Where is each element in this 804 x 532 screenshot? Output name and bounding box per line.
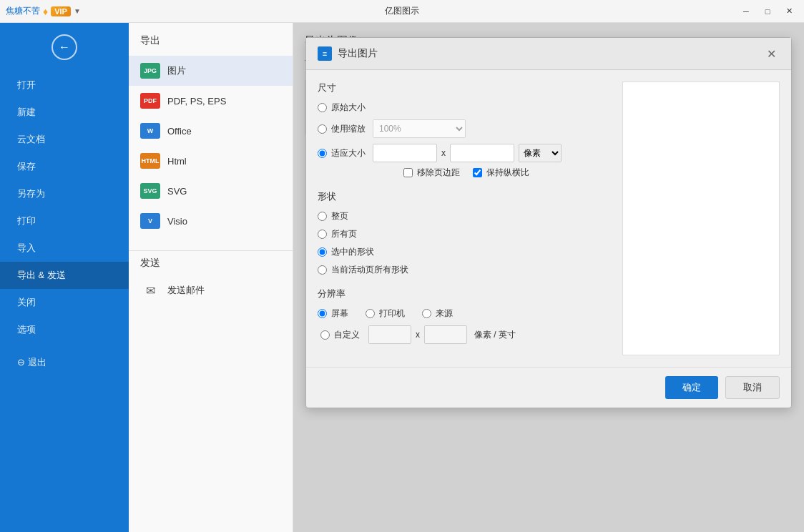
x-separator: x <box>441 148 446 158</box>
zoom-input-group: 100% <box>373 119 466 138</box>
html-label: Html <box>167 156 187 167</box>
source-radio[interactable] <box>422 309 431 318</box>
window-controls: ─ □ ✕ <box>737 5 798 18</box>
import-label: 导入 <box>17 242 36 255</box>
custom-radio[interactable] <box>320 330 330 340</box>
dpi-x-input[interactable]: 96 <box>368 325 411 344</box>
dialog-title: ≡ 导出图片 <box>318 46 378 61</box>
sidebar-item-save[interactable]: 保存 <box>0 153 129 180</box>
close-button[interactable]: ✕ <box>780 5 798 18</box>
zoom-select[interactable]: 100% <box>373 119 466 138</box>
all-pages-radio[interactable] <box>318 230 327 239</box>
resolution-section-label: 分辨率 <box>318 287 611 300</box>
options-label: 选项 <box>17 323 36 336</box>
vip-section: 焦糖不苦 ♦ VIP ▼ <box>6 5 81 17</box>
printer-radio[interactable] <box>366 309 375 318</box>
screen-label: 屏幕 <box>331 307 348 320</box>
new-label: 新建 <box>17 106 36 119</box>
dpi-y-input[interactable]: 96 <box>424 325 467 344</box>
width-input[interactable]: 994 <box>373 144 437 162</box>
vip-badge[interactable]: VIP <box>51 6 71 16</box>
dialog-footer: 确定 取消 <box>306 367 791 408</box>
pdf-label: PDF, PS, EPS <box>167 96 226 107</box>
sidebar-item-options[interactable]: 选项 <box>0 316 129 343</box>
radio-selected: 选中的形状 <box>318 246 611 258</box>
radio-whole-page: 整页 <box>318 210 611 222</box>
checkbox-row: 移除页边距 保持纵横比 <box>403 167 611 179</box>
radio-screen: 屏幕 <box>318 307 348 320</box>
screen-radio[interactable] <box>318 309 327 318</box>
dialog-close-button[interactable]: ✕ <box>763 45 780 62</box>
sidebar-item-cloud[interactable]: 云文档 <box>0 126 129 153</box>
dialog-left-panel: 尺寸 原始大小 使用缩放 <box>318 82 611 355</box>
original-size-label: 原始大小 <box>331 102 366 114</box>
export-item-jpg[interactable]: JPG 图片 <box>129 56 293 86</box>
zoom-radio[interactable] <box>318 124 327 134</box>
maximize-button[interactable]: □ <box>758 5 777 18</box>
keep-ratio-label: 保持纵横比 <box>486 167 529 179</box>
resolution-radio-group: 屏幕 打印机 来源 <box>318 307 611 320</box>
remove-margin-checkbox[interactable] <box>403 168 413 177</box>
whole-page-label: 整页 <box>331 210 348 222</box>
export-panel: 导出 JPG 图片 PDF PDF, PS, EPS W Office HTML… <box>129 23 293 532</box>
selected-radio[interactable] <box>318 247 327 257</box>
visio-icon: V <box>140 213 160 229</box>
export-panel-title: 导出 <box>129 34 293 56</box>
send-title: 发送 <box>129 257 293 275</box>
sidebar-back: ← <box>0 23 129 72</box>
shape-radio-group: 整页 所有页 选中的形状 <box>318 210 611 276</box>
export-item-html[interactable]: HTML Html <box>129 146 293 176</box>
active-page-label: 当前活动页所有形状 <box>331 264 408 276</box>
html-icon: HTML <box>140 153 160 169</box>
radio-fit: 适应大小 994 x 597 像素 <box>318 144 611 162</box>
sidebar-item-new[interactable]: 新建 <box>0 99 129 126</box>
unit-select[interactable]: 像素 <box>519 144 562 162</box>
sidebar-item-import[interactable]: 导入 <box>0 235 129 262</box>
saveas-label: 另存为 <box>17 187 45 200</box>
email-icon: ✉ <box>140 282 160 298</box>
minimize-button[interactable]: ─ <box>737 5 755 18</box>
sidebar-item-close[interactable]: 关闭 <box>0 289 129 316</box>
export-item-visio[interactable]: V Visio <box>129 206 293 236</box>
exit-label: ⊖ 退出 <box>17 356 46 369</box>
remove-margin-label: 移除页边距 <box>417 167 460 179</box>
active-page-radio[interactable] <box>318 265 327 275</box>
fit-label: 适应大小 <box>331 147 366 159</box>
title-bar: 焦糖不苦 ♦ VIP ▼ 亿图图示 ─ □ ✕ <box>0 0 804 23</box>
app-body: ← 打开 新建 云文档 保存 另存为 打印 导入 <box>0 23 804 532</box>
sidebar-item-open[interactable]: 打开 <box>0 72 129 99</box>
original-size-radio[interactable] <box>318 103 327 112</box>
sidebar-item-exit[interactable]: ⊖ 退出 <box>0 349 129 376</box>
whole-page-radio[interactable] <box>318 212 327 221</box>
source-label: 来源 <box>436 307 453 320</box>
custom-label: 自定义 <box>334 329 360 341</box>
back-icon: ← <box>59 41 70 54</box>
radio-printer: 打印机 <box>366 307 405 320</box>
pdf-icon: PDF <box>140 93 160 109</box>
vip-dropdown-icon[interactable]: ▼ <box>74 7 81 15</box>
radio-source: 来源 <box>422 307 453 320</box>
sidebar-item-export[interactable]: 导出 & 发送 <box>0 262 129 289</box>
sidebar-item-print[interactable]: 打印 <box>0 207 129 235</box>
keep-ratio-checkbox[interactable] <box>473 168 482 177</box>
back-button[interactable]: ← <box>52 34 77 60</box>
office-label: Office <box>167 126 192 137</box>
svg-icon: SVG <box>140 183 160 199</box>
export-label: 导出 & 发送 <box>17 269 66 282</box>
radio-active-page: 当前活动页所有形状 <box>318 264 611 276</box>
fit-size-radio[interactable] <box>318 149 327 158</box>
send-item-email[interactable]: ✉ 发送邮件 <box>129 275 293 305</box>
office-icon: W <box>140 123 160 139</box>
print-label: 打印 <box>17 215 36 227</box>
export-item-svg[interactable]: SVG SVG <box>129 176 293 206</box>
export-item-office[interactable]: W Office <box>129 116 293 146</box>
size-section-label: 尺寸 <box>318 82 611 94</box>
radio-all-pages: 所有页 <box>318 228 611 240</box>
confirm-button[interactable]: 确定 <box>665 376 718 399</box>
zoom-label: 使用缩放 <box>331 123 366 135</box>
height-input[interactable]: 597 <box>450 144 514 162</box>
cancel-button[interactable]: 取消 <box>725 376 780 399</box>
sidebar-item-saveas[interactable]: 另存为 <box>0 180 129 207</box>
export-item-pdf[interactable]: PDF PDF, PS, EPS <box>129 86 293 116</box>
shape-section: 形状 整页 所有页 <box>318 190 611 276</box>
